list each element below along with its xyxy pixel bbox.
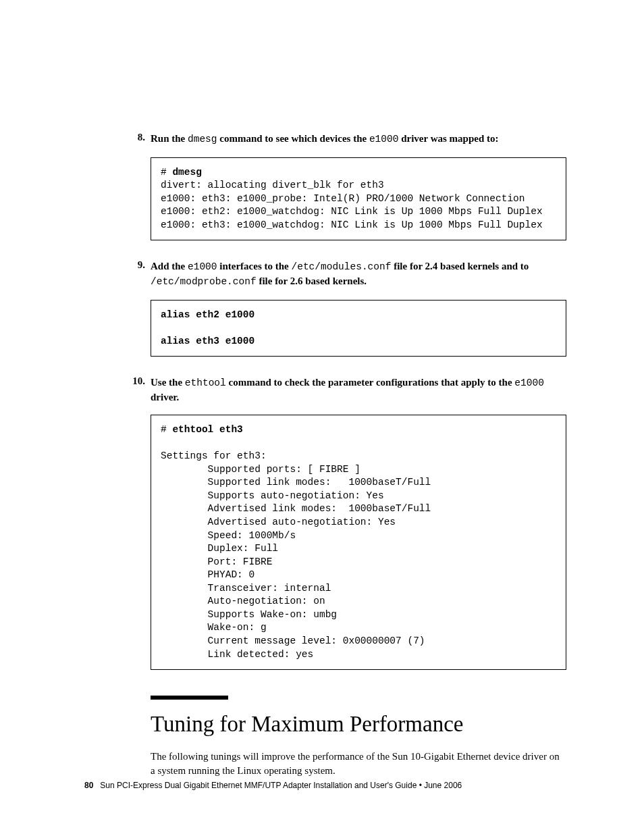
step-10: 10. Use the ethtool command to check the…: [84, 375, 566, 404]
alias-line: alias eth2 e1000: [161, 309, 254, 320]
step-number: 9.: [84, 259, 151, 288]
section-heading: Tuning for Maximum Performance: [151, 712, 566, 737]
text: command to check the parameter configura…: [226, 377, 515, 388]
footer-title: Sun PCI-Express Dual Gigabit Ethernet MM…: [100, 781, 462, 790]
text: Use the: [151, 377, 185, 388]
text: Add the: [151, 261, 188, 271]
inline-code: ethtool: [185, 377, 226, 388]
alias-line: alias eth3 e1000: [161, 336, 254, 346]
page-footer: 80Sun PCI-Express Dual Gigabit Ethernet …: [84, 781, 462, 790]
prompt: #: [161, 424, 172, 435]
step-9: 9. Add the e1000 interfaces to the /etc/…: [84, 259, 566, 288]
section-paragraph: The following tunings will improve the p…: [151, 750, 566, 779]
text: driver was mapped to:: [398, 133, 498, 144]
page-number: 80: [84, 781, 93, 790]
output: Settings for eth3: Supported ports: [ FI…: [161, 450, 431, 659]
step-text: Use the ethtool command to check the par…: [151, 375, 566, 404]
command: ethtool eth3: [172, 424, 242, 435]
code-box-ethtool: # ethtool eth3 Settings for eth3: Suppor…: [151, 415, 566, 670]
text: driver.: [151, 392, 179, 402]
text: interfaces to the: [217, 261, 292, 271]
section-rule: [151, 696, 228, 700]
step-number: 10.: [84, 375, 151, 404]
inline-code: e1000: [188, 261, 217, 272]
step-number: 8.: [84, 132, 151, 147]
code-box-dmesg: # dmesg divert: allocating divert_blk fo…: [151, 157, 566, 241]
text: file for 2.4 based kernels and to: [391, 261, 529, 271]
command: dmesg: [172, 167, 202, 178]
text: command to see which devices the: [217, 133, 369, 144]
step-text: Run the dmesg command to see which devic…: [151, 132, 566, 147]
code-box-alias: alias eth2 e1000 alias eth3 e1000: [151, 300, 566, 357]
inline-code: e1000: [369, 134, 399, 145]
inline-code: e1000: [514, 377, 544, 388]
step-text: Add the e1000 interfaces to the /etc/mod…: [151, 259, 566, 288]
step-8: 8. Run the dmesg command to see which de…: [84, 132, 566, 147]
inline-code: /etc/modules.conf: [292, 261, 392, 272]
prompt: #: [161, 167, 172, 178]
text: Run the: [151, 133, 188, 144]
inline-code: /etc/modprobe.conf: [151, 276, 257, 287]
output: divert: allocating divert_blk for eth3 e…: [161, 180, 543, 230]
inline-code: dmesg: [188, 134, 217, 145]
text: file for 2.6 based kernels.: [257, 276, 367, 286]
